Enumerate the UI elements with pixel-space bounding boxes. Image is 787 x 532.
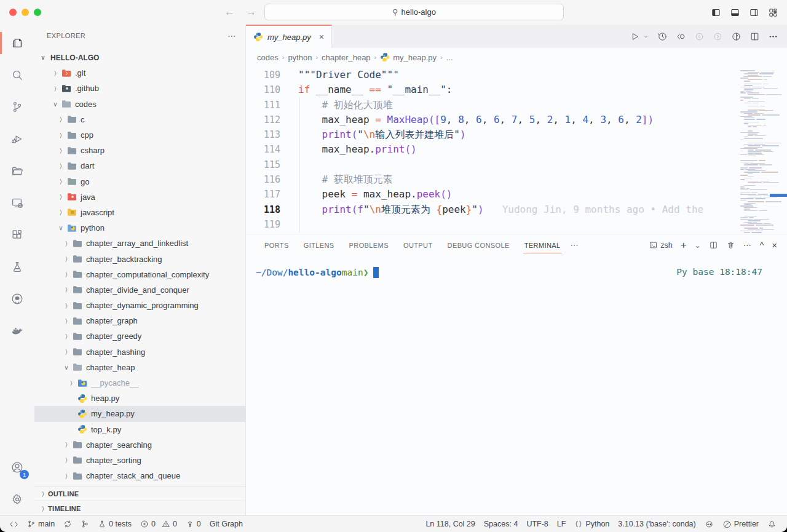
status-prettier[interactable]: Prettier xyxy=(718,516,763,532)
close-window-button[interactable] xyxy=(9,9,17,16)
maximize-panel-icon[interactable]: ^ xyxy=(760,240,764,250)
split-editor-icon[interactable] xyxy=(749,31,760,42)
toggle-sidebar-icon[interactable] xyxy=(711,7,721,18)
new-terminal-icon[interactable]: + xyxy=(681,239,687,252)
tree-item--git[interactable]: 〉.git xyxy=(34,65,245,81)
tree-item-chapter-divide-and-conquer[interactable]: 〉chapter_divide_and_conquer xyxy=(34,282,245,298)
terminal[interactable]: ~/Dow/hello-algo main ❯ Py base 18:18:47 xyxy=(246,256,787,515)
tree-item-chapter-computational-complexity[interactable]: 〉chapter_computational_complexity xyxy=(34,267,245,282)
panel-tab-debug-console[interactable]: DEBUG CONSOLE xyxy=(440,234,517,256)
status-remote-icon[interactable] xyxy=(5,516,23,532)
terminal-dropdown-icon[interactable]: ⌄ xyxy=(695,241,701,250)
explorer-more-actions-icon[interactable]: ⋯ xyxy=(227,31,237,41)
tree-item--github[interactable]: 〉.github xyxy=(34,81,245,96)
code-line-118[interactable]: 118 print(f"\n堆顶元素为 {peek}")Yudong Jin, … xyxy=(246,202,735,217)
open-changes-icon[interactable] xyxy=(676,31,686,42)
prev-change-icon[interactable] xyxy=(694,31,705,42)
code-line-119[interactable]: 119 xyxy=(246,217,735,232)
status-copilot-icon[interactable] xyxy=(700,516,718,532)
editor-tab-my-heap-py[interactable]: my_heap.py× xyxy=(246,25,332,48)
code-line-111[interactable]: 111 # 初始化大顶堆 xyxy=(246,98,735,113)
status-bell-icon[interactable] xyxy=(763,516,781,532)
tree-item-chapter-backtracking[interactable]: 〉chapter_backtracking xyxy=(34,251,245,266)
tree-item-codes[interactable]: ∨codes xyxy=(34,97,245,112)
activity-bar-search-icon[interactable] xyxy=(0,59,34,91)
split-panel-icon[interactable] xyxy=(709,240,718,250)
panel-tab-ports[interactable]: PORTS xyxy=(257,234,296,256)
code-line-112[interactable]: 112 max_heap = MaxHeap([9, 8, 6, 6, 7, 5… xyxy=(246,113,735,127)
tree-item-chapter-graph[interactable]: 〉chapter_graph xyxy=(34,313,245,328)
activity-bar-github-icon[interactable] xyxy=(0,283,34,315)
status-0[interactable]: 0 xyxy=(181,516,205,532)
breadcrumb-item-python[interactable]: python xyxy=(288,53,312,62)
tree-item-chapter-greedy[interactable]: 〉chapter_greedy xyxy=(34,328,245,344)
sidebar-section-outline[interactable]: 〉OUTLINE xyxy=(34,486,245,501)
tree-item-chapter-heap[interactable]: ∨chapter_heap xyxy=(34,360,245,375)
activity-bar-testing-icon[interactable] xyxy=(0,251,34,283)
panel-more-icon[interactable]: ⋯ xyxy=(743,240,752,250)
minimize-window-button[interactable] xyxy=(22,9,29,16)
panel-tabs-overflow-icon[interactable]: ⋯ xyxy=(571,240,579,250)
kill-terminal-icon[interactable] xyxy=(726,240,735,250)
status-lf[interactable]: LF xyxy=(553,516,571,532)
breadcrumb-item--[interactable]: ... xyxy=(446,53,453,62)
toggle-secondary-sidebar-icon[interactable] xyxy=(749,7,759,18)
tree-item-dart[interactable]: 〉dart xyxy=(34,158,245,173)
tree-item-java[interactable]: 〉java xyxy=(34,189,245,205)
close-tab-icon[interactable]: × xyxy=(319,32,324,42)
tree-item-c[interactable]: 〉c xyxy=(34,112,245,127)
panel-tab-problems[interactable]: PROBLEMS xyxy=(342,234,396,256)
tree-item-chapter-array-and-linkedlist[interactable]: 〉chapter_array_and_linkedlist xyxy=(34,236,245,251)
toggle-panel-icon[interactable] xyxy=(730,7,740,18)
status-python[interactable]: Python xyxy=(570,516,614,532)
activity-bar-project-manager-icon[interactable] xyxy=(0,155,34,187)
tree-item-python[interactable]: ∨python xyxy=(34,220,245,236)
activity-bar-extensions-icon[interactable] xyxy=(0,219,34,251)
tree-item-my-heap-py[interactable]: my_heap.py xyxy=(34,406,245,421)
tree-item-chapter-stack-and-queue[interactable]: 〉chapter_stack_and_queue xyxy=(34,468,245,483)
status-spaces-4[interactable]: Spaces: 4 xyxy=(480,516,523,532)
code-line-110[interactable]: 110if __name__ == "__main__": xyxy=(246,82,735,97)
minimap[interactable] xyxy=(735,66,787,234)
code-line-109[interactable]: 109"""Driver Code""" xyxy=(246,68,735,82)
tree-item-cpp[interactable]: 〉cpp xyxy=(34,127,245,143)
status-0[interactable]: 00 xyxy=(136,516,181,532)
customize-layout-icon[interactable] xyxy=(768,7,778,18)
activity-bar-run-debug-icon[interactable] xyxy=(0,123,34,155)
tree-item-chapter-dynamic-programming[interactable]: 〉chapter_dynamic_programming xyxy=(34,298,245,313)
panel-tab-terminal[interactable]: TERMINAL xyxy=(517,234,568,256)
tree-item-chapter-hashing[interactable]: 〉chapter_hashing xyxy=(34,344,245,360)
activity-bar-settings-icon[interactable] xyxy=(0,483,34,515)
panel-tab-output[interactable]: OUTPUT xyxy=(396,234,440,256)
command-center-search[interactable]: ⚲ hello-algo xyxy=(264,4,564,20)
code-line-113[interactable]: 113 print("\n输入列表并建堆后") xyxy=(246,127,735,142)
code-editor[interactable]: 109"""Driver Code"""110if __name__ == "_… xyxy=(246,66,787,234)
tree-item-go[interactable]: 〉go xyxy=(34,174,245,189)
back-icon[interactable]: ← xyxy=(224,6,235,18)
breadcrumb-item-chapter-heap[interactable]: chapter_heap xyxy=(322,53,371,62)
code-line-115[interactable]: 115 xyxy=(246,157,735,172)
terminal-shell-icon[interactable]: zsh xyxy=(649,240,672,250)
forward-icon[interactable]: → xyxy=(246,6,256,18)
activity-bar-accounts-icon[interactable]: 1 xyxy=(0,451,34,483)
status-git-graph[interactable]: Git Graph xyxy=(205,516,247,532)
tree-item-chapter-sorting[interactable]: 〉chapter_sorting xyxy=(34,453,245,468)
sidebar-section-timeline[interactable]: 〉TIMELINE xyxy=(34,501,245,515)
status-git-graph-icon[interactable] xyxy=(76,516,93,532)
status-ln-118-col-29[interactable]: Ln 118, Col 29 xyxy=(421,516,479,532)
tree-item-javascript[interactable]: 〉javascript xyxy=(34,205,245,220)
timeline-icon[interactable] xyxy=(657,31,668,42)
tree-item--pycache-[interactable]: 〉__pycache__ xyxy=(34,375,245,391)
activity-bar-remote-explorer-icon[interactable] xyxy=(0,187,34,219)
status-3-10-13-base-conda-[interactable]: 3.10.13 ('base': conda) xyxy=(614,516,700,532)
gitlens-graph-icon[interactable] xyxy=(731,31,742,42)
status-main[interactable]: main xyxy=(23,516,59,532)
tree-item-top-k-py[interactable]: top_k.py xyxy=(34,422,245,437)
activity-bar-docker-icon[interactable] xyxy=(0,315,34,347)
code-line-116[interactable]: 116 # 获取堆顶元素 xyxy=(246,172,735,187)
tree-item-chapter-searching[interactable]: 〉chapter_searching xyxy=(34,437,245,453)
activity-bar-explorer-icon[interactable] xyxy=(0,27,34,59)
tree-root-hello-algo[interactable]: ∨HELLO-ALGO xyxy=(34,50,245,65)
tree-item-heap-py[interactable]: heap.py xyxy=(34,391,245,406)
panel-tab-gitlens[interactable]: GITLENS xyxy=(296,234,342,256)
